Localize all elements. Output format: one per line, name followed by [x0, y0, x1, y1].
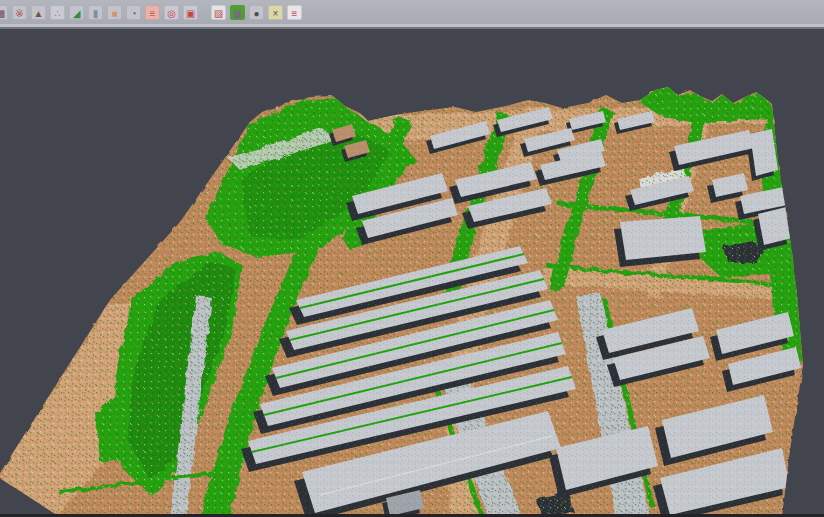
- terrain-icon[interactable]: ▲: [31, 5, 46, 20]
- classify-points-icon[interactable]: ※: [12, 5, 27, 20]
- vegetation-class-icon[interactable]: ◢: [69, 5, 84, 20]
- dense-cloud-icon[interactable]: ▩: [0, 5, 8, 20]
- target-icon[interactable]: ◎: [164, 5, 179, 20]
- sparse-points-icon[interactable]: ∴: [50, 5, 65, 20]
- globe-icon[interactable]: ◔: [126, 5, 141, 20]
- 3d-viewport[interactable]: [0, 0, 824, 517]
- annotation-icon[interactable]: ×: [268, 5, 283, 20]
- toolbar-icons: ▩※▲∴◢▮■◔≡◎▣▨▦●×≡: [0, 5, 302, 20]
- toolbar: ▩※▲∴◢▮■◔≡◎▣▨▦●×≡: [0, 0, 824, 24]
- column-section-icon[interactable]: ▮: [88, 5, 103, 20]
- crop-bounds-icon[interactable]: ▣: [183, 5, 198, 20]
- classified-map-icon[interactable]: ▦: [230, 5, 245, 20]
- mesh-globe-icon[interactable]: ●: [249, 5, 264, 20]
- flag-stripes-icon[interactable]: ≡: [287, 5, 302, 20]
- scene-svg: [0, 0, 824, 517]
- ground-class-icon[interactable]: ■: [107, 5, 122, 20]
- application-window: ▩※▲∴◢▮■◔≡◎▣▨▦●×≡: [0, 0, 824, 517]
- selection-region-icon[interactable]: ▨: [211, 5, 226, 20]
- layers-icon[interactable]: ≡: [145, 5, 160, 20]
